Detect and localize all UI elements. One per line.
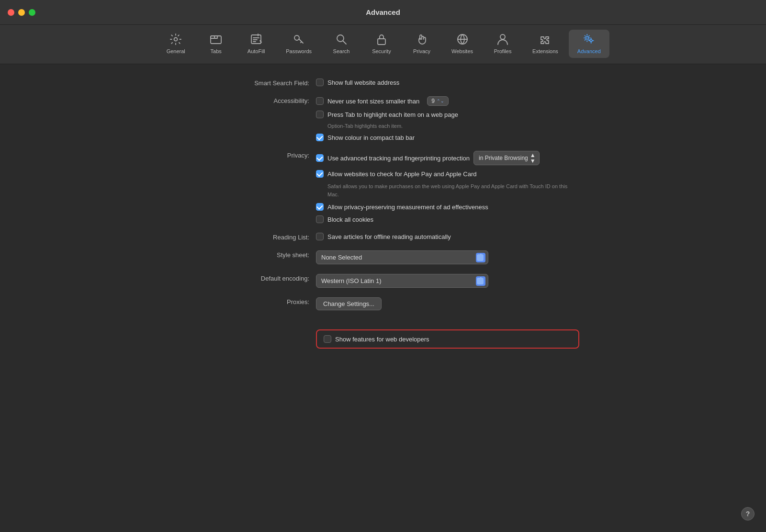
privacy-label: Privacy: — [187, 151, 316, 159]
help-button[interactable]: ? — [741, 507, 755, 521]
smart-search-label: Smart Search Field: — [187, 79, 316, 87]
toolbar-label-profiles: Profiles — [494, 48, 512, 54]
font-size-arrows: ⌃⌄ — [437, 99, 444, 103]
font-size-checkbox[interactable] — [316, 97, 324, 105]
show-colour-label: Show colour in compact tab bar — [327, 134, 415, 141]
font-size-selector[interactable]: 9 ⌃⌄ — [427, 96, 449, 106]
maximize-button[interactable] — [29, 9, 35, 16]
ad-measurement-checkbox[interactable] — [316, 203, 324, 211]
default-encoding-select[interactable]: Western (ISO Latin 1) — [316, 274, 488, 288]
settings-container: Smart Search Field: Show full website ad… — [187, 79, 579, 358]
style-sheet-controls: None Selected — [316, 250, 579, 264]
hand-icon — [415, 33, 428, 46]
svg-rect-1 — [211, 36, 221, 44]
svg-point-7 — [500, 34, 505, 39]
apple-pay-checkbox[interactable] — [316, 170, 324, 178]
toolbar-item-profiles[interactable]: Profiles — [484, 30, 522, 58]
change-settings-button[interactable]: Change Settings... — [316, 297, 382, 310]
tabs-icon — [209, 33, 223, 46]
toolbar-label-general: General — [167, 48, 185, 54]
toolbar-item-websites[interactable]: Websites — [443, 30, 482, 58]
default-encoding-label: Default encoding: — [187, 274, 316, 282]
lock-icon — [375, 33, 388, 46]
toolbar-item-autofill[interactable]: AutoFill — [237, 30, 275, 58]
svg-point-3 — [294, 35, 299, 40]
toolbar: General Tabs AutoFill — [0, 25, 766, 64]
toolbar-label-autofill: AutoFill — [248, 48, 265, 54]
tracking-protection-checkbox[interactable] — [316, 154, 324, 162]
toolbar-label-websites: Websites — [451, 48, 473, 54]
web-developers-row: Show features for web developers — [187, 325, 579, 349]
apple-pay-row: Allow websites to check for Apple Pay an… — [316, 170, 579, 178]
main-content: Smart Search Field: Show full website ad… — [0, 64, 766, 532]
font-size-label: Never use font sizes smaller than — [327, 98, 419, 105]
show-colour-checkbox[interactable] — [316, 134, 324, 141]
save-offline-checkbox[interactable] — [316, 233, 324, 240]
show-colour-row: Show colour in compact tab bar — [316, 134, 579, 141]
accessibility-controls: Never use font sizes smaller than 9 ⌃⌄ P… — [316, 96, 579, 141]
show-full-address-checkbox[interactable] — [316, 79, 324, 86]
gear-icon — [169, 33, 182, 46]
default-encoding-select-wrapper: Western (ISO Latin 1) — [316, 274, 488, 288]
minimize-button[interactable] — [18, 9, 25, 16]
web-developers-spacer — [187, 325, 316, 326]
block-cookies-checkbox[interactable] — [316, 215, 324, 223]
toolbar-item-search[interactable]: Search — [322, 30, 360, 58]
toolbar-item-privacy[interactable]: Privacy — [403, 30, 441, 58]
toolbar-item-advanced[interactable]: Advanced — [569, 30, 609, 58]
svg-point-0 — [174, 38, 178, 41]
reading-list-controls: Save articles for offline reading automa… — [316, 233, 579, 240]
smart-search-row: Smart Search Field: Show full website ad… — [187, 79, 579, 87]
svg-rect-2 — [251, 35, 261, 44]
show-full-address-row: Show full website address — [316, 79, 579, 86]
toolbar-item-tabs[interactable]: Tabs — [197, 30, 235, 58]
autofill-icon — [249, 33, 263, 46]
person-icon — [496, 33, 509, 46]
close-button[interactable] — [8, 9, 14, 16]
proxies-row: Proxies: Change Settings... — [187, 297, 579, 310]
tab-highlight-label: Press Tab to highlight each item on a we… — [327, 111, 458, 118]
default-encoding-row: Default encoding: Western (ISO Latin 1) — [187, 274, 579, 288]
toolbar-item-passwords[interactable]: Passwords — [277, 30, 320, 58]
font-size-row: Never use font sizes smaller than 9 ⌃⌄ — [316, 96, 579, 106]
ad-measurement-row: Allow privacy-preserving measurement of … — [316, 203, 579, 211]
smart-search-controls: Show full website address — [316, 79, 579, 86]
toolbar-item-general[interactable]: General — [157, 30, 195, 58]
proxies-controls: Change Settings... — [316, 297, 579, 310]
style-sheet-select-wrapper: None Selected — [316, 250, 488, 264]
toolbar-label-passwords: Passwords — [286, 48, 312, 54]
accessibility-row: Accessibility: Never use font sizes smal… — [187, 96, 579, 141]
window-controls — [8, 9, 35, 16]
tracking-mode-arrows: ▲▼ — [530, 152, 537, 164]
search-icon — [335, 33, 348, 46]
web-developers-label: Show features for web developers — [335, 336, 429, 343]
reading-list-row: Reading List: Save articles for offline … — [187, 233, 579, 241]
font-size-value: 9 — [431, 98, 435, 104]
tab-highlight-checkbox[interactable] — [316, 111, 324, 118]
svg-point-8 — [586, 36, 589, 39]
toolbar-item-security[interactable]: Security — [362, 30, 401, 58]
puzzle-icon — [539, 33, 552, 46]
block-cookies-row: Block all cookies — [316, 215, 579, 223]
svg-rect-5 — [378, 39, 385, 45]
tracking-protection-label: Use advanced tracking and fingerprinting… — [327, 155, 470, 162]
block-cookies-label: Block all cookies — [327, 216, 373, 223]
tracking-protection-row: Use advanced tracking and fingerprinting… — [316, 151, 579, 165]
style-sheet-select[interactable]: None Selected — [316, 250, 488, 264]
titlebar: Advanced — [0, 0, 766, 25]
toolbar-item-extensions[interactable]: Extensions — [524, 30, 567, 58]
key-icon — [292, 33, 305, 46]
globe-icon — [456, 33, 469, 46]
tracking-mode-selector[interactable]: in Private Browsing ▲▼ — [473, 151, 540, 165]
toolbar-label-privacy: Privacy — [413, 48, 430, 54]
window-title: Advanced — [366, 8, 400, 16]
toolbar-label-extensions: Extensions — [532, 48, 558, 54]
privacy-controls: Use advanced tracking and fingerprinting… — [316, 151, 579, 223]
apple-pay-helper: Safari allows you to make purchases on t… — [327, 182, 576, 198]
privacy-row: Privacy: Use advanced tracking and finge… — [187, 151, 579, 223]
reading-list-label: Reading List: — [187, 233, 316, 241]
style-sheet-label: Style sheet: — [187, 250, 316, 259]
default-encoding-controls: Western (ISO Latin 1) — [316, 274, 579, 288]
save-offline-label: Save articles for offline reading automa… — [327, 233, 451, 240]
web-developers-checkbox[interactable] — [324, 335, 331, 343]
